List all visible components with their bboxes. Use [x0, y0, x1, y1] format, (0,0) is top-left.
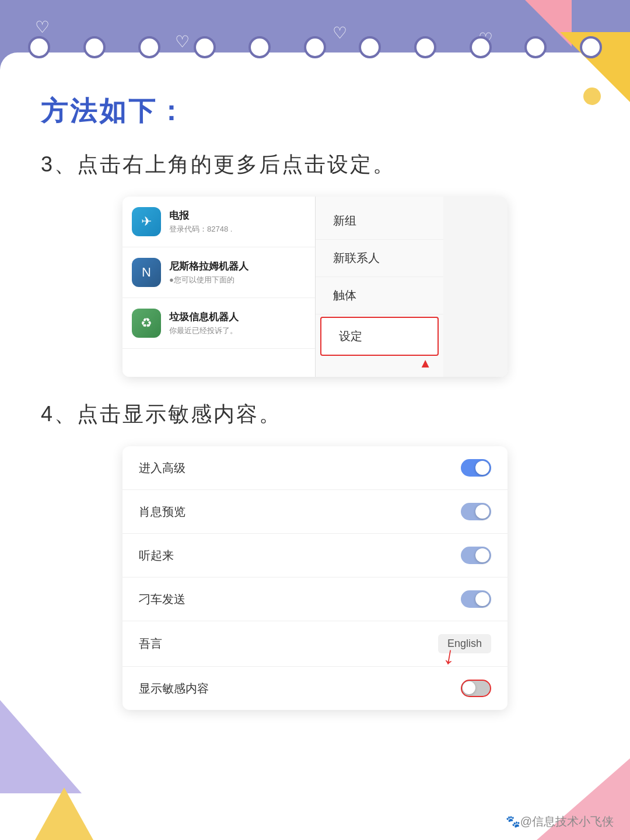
app-name-spam: 垃圾信息机器人 [169, 310, 239, 324]
toggle-sensitive-wrap: ↓ [461, 680, 491, 697]
spiral-hole [304, 36, 326, 58]
settings-label-send: 刁车发送 [139, 592, 186, 607]
app-name-telegram: 电报 [169, 209, 232, 222]
app-desc-nsgm: ●您可以使用下面的 [169, 275, 249, 285]
toggle-advanced[interactable] [461, 459, 491, 477]
spiral-hole [414, 36, 436, 58]
spiral-hole [470, 36, 492, 58]
settings-row-advanced: 进入高级 [123, 446, 508, 490]
watermark: 🐾@信息技术小飞侠 [506, 814, 614, 830]
spiral-hole [83, 36, 106, 58]
settings-row-sound: 听起来 [123, 534, 508, 578]
deco-shape-yellow-bl [35, 788, 93, 840]
spiral-holes [0, 0, 630, 70]
settings-label-preview: 肖息预览 [139, 504, 186, 520]
settings-row-preview: 肖息预览 [123, 490, 508, 534]
spiral-hole [28, 36, 50, 58]
app-item-nsgm: N 尼斯格拉姆机器人 ●您可以使用下面的 [123, 247, 315, 298]
spiral-hole [359, 36, 381, 58]
section-title: 方法如下： [41, 93, 589, 130]
settings-card: 进入高级 肖息预览 听起来 刁车发送 吾言 English [123, 446, 508, 710]
settings-row-sensitive: 显示敏感内容 ↓ [123, 667, 508, 710]
notebook-header: ♡ ♡ ♡ ♡ [0, 0, 630, 70]
app-desc-spam: 你最近已经投诉了。 [169, 326, 239, 336]
step3-text: 3、点击右上角的更多后点击设定。 [41, 150, 589, 179]
settings-label-sensitive: 显示敏感内容 [139, 681, 209, 696]
app-desc-telegram: 登录代码：82748 . [169, 224, 232, 235]
app-item-telegram: ✈ 电报 登录代码：82748 . [123, 197, 315, 247]
toggle-preview[interactable] [461, 503, 491, 520]
toggle-send[interactable] [461, 590, 491, 608]
page: ♡ ♡ ♡ ♡ 方法如下： 3、点击右上角的更多后点击设定。 ✈ 电报 登录代码… [0, 0, 630, 840]
step4-text: 4、点击显示敏感内容。 [41, 400, 589, 429]
spiral-hole [194, 36, 216, 58]
settings-label-sound: 听起来 [139, 548, 174, 564]
main-content: 方法如下： 3、点击右上角的更多后点击设定。 ✈ 电报 登录代码：82748 .… [0, 70, 630, 751]
app-list: ✈ 电报 登录代码：82748 . N 尼斯格拉姆机器人 ●您可以使用下面的 [123, 197, 315, 377]
settings-label-advanced: 进入高级 [139, 460, 186, 476]
menu-item-settings[interactable]: 设定 [320, 317, 439, 356]
menu-item-new-contact[interactable]: 新联系人 [316, 240, 443, 277]
app-item-spam: ♻ 垃圾信息机器人 你最近已经投诉了。 [123, 298, 315, 349]
red-arrow-up: ▲ [316, 356, 443, 371]
dropdown-menu: 新组 新联系人 触体 设定 ▲ [315, 197, 443, 377]
nsgm-icon: N [132, 258, 161, 287]
spiral-hole [138, 36, 160, 58]
settings-row-send: 刁车发送 [123, 578, 508, 621]
telegram-icon: ✈ [132, 207, 161, 236]
spiral-hole [580, 36, 602, 58]
settings-label-language: 吾言 [139, 636, 162, 652]
toggle-sensitive[interactable] [461, 680, 491, 697]
spiral-hole [524, 36, 547, 58]
screenshot-menu-card: ✈ 电报 登录代码：82748 . N 尼斯格拉姆机器人 ●您可以使用下面的 [123, 197, 508, 377]
spiral-hole [249, 36, 271, 58]
menu-item-new-group[interactable]: 新组 [316, 202, 443, 240]
toggle-sound[interactable] [461, 547, 491, 564]
app-name-nsgm: 尼斯格拉姆机器人 [169, 260, 249, 273]
spam-icon: ♻ [132, 309, 161, 338]
menu-container: ✈ 电报 登录代码：82748 . N 尼斯格拉姆机器人 ●您可以使用下面的 [123, 197, 508, 377]
menu-item-touch[interactable]: 触体 [316, 277, 443, 314]
